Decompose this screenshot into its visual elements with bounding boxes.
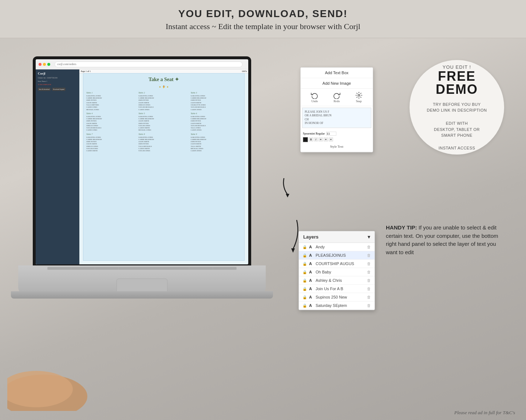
- font-size-input[interactable]: [326, 132, 336, 136]
- hand-area: [7, 338, 109, 411]
- bottom-note: Please read ad in full for T&C's: [454, 410, 515, 416]
- seating-chart[interactable]: Take a Seat ✦ ✦ 🧚 ✦ Table 1 SAMANTHA JON…: [83, 73, 245, 261]
- table-1-names: SAMANTHA JONESCARRIE BRADSHAWJOHN PITTEN…: [86, 95, 137, 111]
- editor-sidebar: Corjl Order Id: 1509758194 Item Name 1 ⊙…: [36, 69, 79, 264]
- key: [71, 267, 95, 269]
- add-text-box-button[interactable]: Add Text Box: [301, 68, 373, 78]
- table-5: Table 5 SAMANTHA JONESCARRIE BRADSHAWJAS…: [138, 112, 189, 132]
- lock-icon: 🔒: [302, 304, 307, 308]
- lock-icon: 🔒: [302, 279, 307, 283]
- demo-demo-label: DEMO: [436, 82, 478, 97]
- demo-free-label: FREE: [438, 69, 476, 84]
- lock-icon: 🔒: [302, 270, 307, 274]
- action-buttons: Save & download Download Original: [38, 88, 77, 91]
- main-content: corjl.com/orders Corjl Order Id: 1509758…: [0, 38, 526, 420]
- snap-icon: [355, 92, 363, 99]
- color-swatch[interactable]: [303, 137, 308, 142]
- table-9-label: Table 9: [191, 133, 241, 136]
- layers-header: Layers ▾: [299, 231, 375, 243]
- italic-btn[interactable]: I: [314, 137, 318, 141]
- keyboard-layout: [18, 267, 266, 293]
- header-subtitle: Instant access ~ Edit the template in yo…: [0, 22, 526, 31]
- svg-point-2: [358, 95, 360, 96]
- fairy-decoration: ✦ 🧚 ✦: [83, 85, 244, 89]
- demo-try-label: TRY BEFORE YOU BUY DEMO LINK IN DESCRIPT…: [427, 102, 487, 113]
- demo-edit-with-label: EDIT WITH DESKTOP, TABLET OR SMART PHONE: [434, 120, 480, 139]
- zoom-control[interactable]: 100%: [242, 70, 247, 72]
- layer-name-pleasejoinus: PLEASEJOINUS: [316, 253, 365, 257]
- header-title: YOU EDIT, DOWNLOAD, SEND!: [0, 8, 526, 20]
- table-2-label: Table 2: [138, 92, 189, 95]
- font-controls: Spearmint Regular: [303, 132, 371, 136]
- table-6-names: SAMANTHA JONESCARRIE BRADSHAWJOHN PITTEN…: [191, 116, 241, 132]
- layer-name-supinos: Supinos 250 New: [316, 295, 365, 299]
- lock-icon: 🔒: [302, 295, 307, 299]
- undo-tool[interactable]: Undo: [311, 92, 318, 103]
- align-left-btn[interactable]: ≡: [319, 137, 323, 141]
- demo-instant-label: INSTANT ACCESS: [439, 146, 475, 150]
- layer-type-a: A: [309, 295, 313, 299]
- layer-type-a: A: [309, 245, 313, 249]
- layer-item-andy[interactable]: 🔒 A Andy 🗑: [299, 243, 375, 251]
- original-btn[interactable]: Download Original: [52, 88, 66, 91]
- layer-name-andy: Andy: [316, 245, 365, 249]
- layer-item-ashley-chris[interactable]: 🔒 A Ashley & Chris 🗑: [299, 276, 375, 285]
- layer-item-supinos[interactable]: 🔒 A Supinos 250 New 🗑: [299, 293, 375, 301]
- browser-url-bar[interactable]: corjl.com/orders: [55, 61, 242, 67]
- table-2: Table 2 SAMANTHA JONESCARRIE BRADSHAWJOH…: [138, 92, 189, 111]
- layer-type-a: A: [309, 253, 313, 257]
- table-7-names: SAMANTHA JONESCARRIE BRADSHAWJOHN PITTEN…: [86, 136, 137, 152]
- table-3: Table 3 SAMANTHA JONESCARRIE BRADSHAWJOH…: [191, 92, 241, 111]
- layer-delete-icon[interactable]: 🗑: [367, 270, 371, 274]
- undo-icon: [311, 92, 318, 99]
- add-new-image-button[interactable]: Add New Image: [301, 78, 373, 89]
- arrow-to-layers: [275, 216, 304, 254]
- layer-delete-icon[interactable]: 🗑: [367, 287, 371, 291]
- table-6: Table 6 SAMANTHA JONESCARRIE BRADSHAWJOH…: [191, 112, 241, 132]
- layer-delete-icon[interactable]: 🗑: [367, 253, 371, 257]
- keyboard-trackpad[interactable]: [116, 279, 167, 293]
- layer-delete-icon[interactable]: 🗑: [367, 261, 371, 266]
- laptop-screen-outer: corjl.com/orders Corjl Order Id: 1509758…: [33, 56, 251, 267]
- layer-type-a: A: [309, 261, 313, 266]
- key: [189, 267, 213, 269]
- bold-btn[interactable]: B: [309, 137, 313, 141]
- font-label: Spearmint Regular: [303, 132, 325, 135]
- color-controls: B I ≡ ≡ ≡: [303, 137, 371, 142]
- table-8: Table 8 SAMANTHA JONESCARRIE BRADSHAWJAS…: [138, 133, 189, 152]
- layer-item-pleasejoinus[interactable]: 🔒 A PLEASEJOINUS 🗑: [299, 251, 375, 260]
- snap-tool[interactable]: Snap: [355, 92, 363, 103]
- table-5-names: SAMANTHA JONESCARRIE BRADSHAWJASON SMITH…: [138, 116, 189, 132]
- table-9-names: SAMANTHA JONESCARRIE BRADSHAWJOHN PITTEN…: [191, 136, 241, 152]
- redo-tool[interactable]: Redo: [333, 92, 340, 103]
- undo-label: Undo: [311, 100, 318, 103]
- editor-canvas[interactable]: Page 1 of 1 100% Take a Seat ✦ ✦ 🧚 ✦ Tab…: [79, 69, 248, 264]
- layers-chevron[interactable]: ▾: [368, 234, 370, 240]
- page-indicator: Page 1 of 1: [81, 70, 91, 72]
- table-3-names: SAMANTHA JONESCARRIE BRADSHAWJOHN PITTEN…: [191, 95, 241, 111]
- table-5-label: Table 5: [138, 112, 189, 115]
- layer-item-saturday[interactable]: 🔒 A Saturday SEptem 🗑: [299, 301, 375, 310]
- save-btn[interactable]: Save & download: [38, 88, 51, 91]
- handy-tip: HANDY TIP: If you are unable to select &…: [386, 224, 506, 256]
- layer-item-oh-baby[interactable]: 🔒 A Oh Baby 🗑: [299, 268, 375, 276]
- layer-delete-icon[interactable]: 🗑: [367, 303, 371, 308]
- table-8-label: Table 8: [138, 133, 189, 136]
- corjl-toolbar: Undo Redo Snap: [301, 89, 373, 106]
- align-right-btn[interactable]: ≡: [329, 137, 333, 141]
- layer-item-courtship[interactable]: 🔒 A COURTSHIP AUGUS 🗑: [299, 260, 375, 268]
- layer-item-join-us[interactable]: 🔒 A Join Us For A B 🗑: [299, 285, 375, 293]
- table-7-label: Table 7: [86, 133, 137, 136]
- laptop-screen-inner: corjl.com/orders Corjl Order Id: 1509758…: [36, 59, 248, 264]
- layer-delete-icon[interactable]: 🗑: [367, 295, 371, 299]
- seating-tables-grid: Table 1 SAMANTHA JONESCARRIE BRADSHAWJOH…: [83, 90, 244, 154]
- layer-delete-icon[interactable]: 🗑: [367, 278, 371, 283]
- layer-name-courtship: COURTSHIP AUGUS: [316, 261, 365, 266]
- layer-delete-icon[interactable]: 🗑: [367, 245, 371, 249]
- key: [213, 267, 236, 269]
- layer-type-a: A: [309, 270, 313, 274]
- table-8-names: SAMANTHA JONESCARRIE BRADSHAWJASON SMITH…: [138, 136, 189, 152]
- hand-svg: [7, 338, 109, 411]
- table-1-label: Table 1: [86, 92, 137, 95]
- align-center-btn[interactable]: ≡: [324, 137, 328, 141]
